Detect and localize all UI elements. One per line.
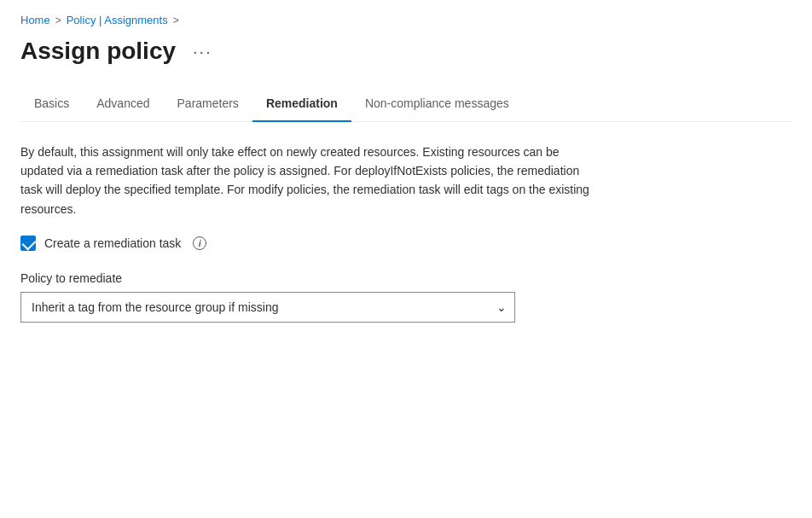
breadcrumb: Home > Policy | Assignments > bbox=[20, 14, 792, 26]
tab-parameters[interactable]: Parameters bbox=[164, 86, 252, 122]
tab-non-compliance[interactable]: Non-compliance messages bbox=[351, 86, 523, 122]
content-area: By default, this assignment will only ta… bbox=[20, 143, 600, 323]
tab-basics[interactable]: Basics bbox=[20, 86, 83, 122]
policy-to-remediate-field: Policy to remediate Inherit a tag from t… bbox=[20, 271, 600, 323]
policy-dropdown-container: Inherit a tag from the resource group if… bbox=[20, 292, 515, 323]
remediation-description: By default, this assignment will only ta… bbox=[20, 143, 600, 219]
create-remediation-checkbox[interactable] bbox=[20, 236, 36, 251]
page-container: Home > Policy | Assignments > Assign pol… bbox=[0, 0, 812, 343]
policy-dropdown[interactable]: Inherit a tag from the resource group if… bbox=[20, 292, 515, 323]
checkbox-label: Create a remediation task bbox=[44, 236, 181, 250]
tab-remediation[interactable]: Remediation bbox=[252, 86, 351, 122]
breadcrumb-policy-assignments[interactable]: Policy | Assignments bbox=[67, 14, 168, 26]
breadcrumb-home[interactable]: Home bbox=[20, 14, 50, 26]
policy-field-label: Policy to remediate bbox=[20, 271, 600, 285]
breadcrumb-sep-2: > bbox=[173, 15, 179, 26]
tabs-container: Basics Advanced Parameters Remediation N… bbox=[20, 86, 792, 122]
page-header: Assign policy ··· bbox=[20, 37, 792, 66]
more-options-button[interactable]: ··· bbox=[186, 39, 219, 63]
info-icon[interactable]: i bbox=[193, 236, 206, 250]
page-title: Assign policy bbox=[20, 37, 176, 66]
breadcrumb-sep-1: > bbox=[55, 15, 61, 26]
tab-advanced[interactable]: Advanced bbox=[83, 86, 163, 122]
checkbox-row: Create a remediation task i bbox=[20, 236, 600, 251]
